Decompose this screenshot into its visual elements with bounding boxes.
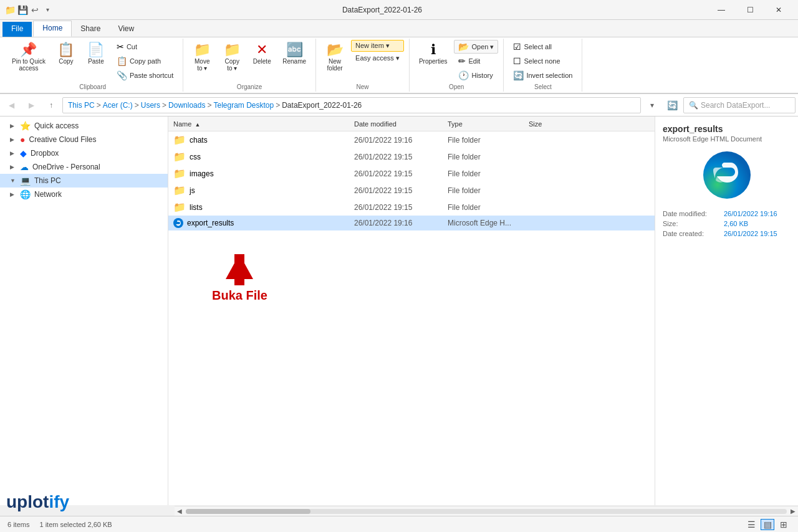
path-c-drive[interactable]: Acer (C:): [103, 101, 133, 110]
rename-button[interactable]: 🔤 Rename: [278, 40, 310, 68]
nav-item-this-pc[interactable]: ▼ 💻 This PC: [0, 174, 168, 188]
dropdown-icon[interactable]: ▾: [42, 5, 52, 15]
search-box[interactable]: 🔍 Search DataExport...: [683, 97, 796, 113]
scrollbar-track[interactable]: [186, 509, 787, 514]
ribbon-group-clipboard: 📌 Pin to Quickaccess 📋 Copy 📄 Paste ✂ Cu…: [2, 39, 183, 92]
file-row-css[interactable]: 📁 css 26/01/2022 19:15 File folder: [168, 148, 655, 165]
preview-meta: Date modified: 26/01/2022 19:16 Size: 2,…: [663, 210, 791, 237]
easy-access-button[interactable]: Easy access ▾: [351, 52, 404, 64]
creative-cloud-icon: ●: [20, 135, 25, 145]
file-list: Name ▲ Date modified Type Size 📁 chats 2…: [168, 116, 655, 505]
select-all-icon: ☑: [513, 42, 521, 52]
folder-icon-images: 📁: [173, 168, 186, 179]
path-telegram[interactable]: Telegram Desktop: [213, 101, 274, 110]
close-button[interactable]: ✕: [764, 0, 793, 20]
col-header-name[interactable]: Name ▲: [168, 119, 349, 129]
path-dataexport[interactable]: DataExport_2022-01-26: [282, 101, 362, 110]
new-folder-icon: 📂: [327, 43, 344, 57]
view-details-button[interactable]: ☰: [744, 519, 758, 530]
back-button[interactable]: ◀: [2, 97, 20, 113]
file-row-lists[interactable]: 📁 lists 26/01/2022 19:15 File folder: [168, 199, 655, 216]
file-row-export-results[interactable]: export_results 26/01/2022 19:16 Microsof…: [168, 216, 655, 230]
folder-icon-js: 📁: [173, 184, 186, 196]
pin-to-quick-access-button[interactable]: 📌 Pin to Quickaccess: [7, 40, 50, 75]
file-type-js: File folder: [443, 185, 524, 196]
copy-to-icon: 📁: [224, 43, 241, 57]
new-buttons: 📂 Newfolder New item ▾ Easy access ▾: [321, 40, 404, 82]
window-title: DataExport_2022-01-26: [57, 6, 707, 14]
preview-title: export_results: [663, 124, 791, 134]
file-row-chats[interactable]: 📁 chats 26/01/2022 19:16 File folder: [168, 131, 655, 148]
nav-item-network[interactable]: ▶ 🌐 Network: [0, 188, 168, 201]
ribbon: 📌 Pin to Quickaccess 📋 Copy 📄 Paste ✂ Cu…: [0, 37, 798, 94]
path-this-pc[interactable]: This PC: [68, 101, 95, 110]
file-type-lists: File folder: [443, 202, 524, 213]
cut-button[interactable]: ✂ Cut: [112, 40, 178, 54]
tab-file[interactable]: File: [2, 22, 32, 37]
nav-item-onedrive[interactable]: ▶ ☁ OneDrive - Personal: [0, 160, 168, 174]
search-placeholder: Search DataExport...: [701, 101, 770, 110]
title-bar: 📁 💾 ↩ ▾ DataExport_2022-01-26 — ☐ ✕: [0, 0, 798, 20]
path-downloads[interactable]: Downloads: [168, 101, 205, 110]
nav-item-creative-cloud[interactable]: ▶ ● Creative Cloud Files: [0, 133, 168, 146]
select-none-button[interactable]: ☐ Select none: [509, 54, 577, 68]
scrollbar-thumb[interactable]: [186, 509, 310, 514]
file-type-export-results: Microsoft Edge H...: [443, 217, 524, 229]
quick-access-icon: ⭐: [20, 121, 31, 131]
new-item-button[interactable]: New item ▾: [351, 40, 404, 52]
open-button[interactable]: 📂 Open ▾: [454, 40, 498, 54]
nav-item-dropbox[interactable]: ▶ ◆ Dropbox: [0, 146, 168, 160]
file-list-header: Name ▲ Date modified Type Size: [168, 116, 655, 131]
tab-home[interactable]: Home: [33, 21, 72, 37]
col-header-size[interactable]: Size: [524, 119, 574, 129]
invert-selection-button[interactable]: 🔄 Invert selection: [509, 69, 577, 82]
select-all-button[interactable]: ☑ Select all: [509, 40, 577, 54]
file-name-js: 📁 js: [168, 183, 349, 197]
up-button[interactable]: ↑: [42, 97, 60, 113]
tab-share[interactable]: Share: [72, 22, 109, 37]
copy-to-button[interactable]: 📁 Copyto ▾: [218, 40, 246, 75]
file-type-css: File folder: [443, 151, 524, 163]
minimize-button[interactable]: —: [707, 0, 736, 20]
dropbox-icon: ◆: [20, 148, 27, 158]
new-folder-button[interactable]: 📂 Newfolder: [321, 40, 349, 75]
open-buttons: ℹ Properties 📂 Open ▾ ✏ Edit 🕐 History: [415, 40, 499, 82]
scrollbar-area: ◀ ▶: [175, 506, 798, 516]
path-sep-3: >: [162, 101, 166, 110]
properties-button[interactable]: ℹ Properties: [415, 40, 452, 68]
history-button[interactable]: 🕐 History: [454, 69, 498, 82]
path-dropdown-button[interactable]: ▾: [643, 97, 661, 113]
col-header-date[interactable]: Date modified: [349, 119, 443, 129]
copy-path-button[interactable]: 📋 Copy path: [112, 54, 178, 68]
edit-button[interactable]: ✏ Edit: [454, 54, 498, 68]
view-large-icons-button[interactable]: ⊞: [777, 519, 791, 530]
maximize-button[interactable]: ☐: [736, 0, 764, 20]
file-row-images[interactable]: 📁 images 26/01/2022 19:15 File folder: [168, 165, 655, 182]
path-users[interactable]: Users: [141, 101, 160, 110]
file-date-css: 26/01/2022 19:15: [349, 151, 443, 163]
col-header-type[interactable]: Type: [443, 119, 524, 129]
nav-item-quick-access[interactable]: ▶ ⭐ Quick access: [0, 119, 168, 133]
delete-button[interactable]: ✕ Delete: [248, 40, 276, 68]
undo-icon[interactable]: ↩: [30, 5, 40, 15]
path-sep-4: >: [207, 101, 211, 110]
copy-button[interactable]: 📋 Copy: [52, 40, 80, 68]
file-date-lists: 26/01/2022 19:15: [349, 202, 443, 213]
tab-view[interactable]: View: [109, 22, 143, 37]
preview-meta-date-modified: Date modified: 26/01/2022 19:16: [663, 210, 791, 217]
address-path[interactable]: This PC > Acer (C:) > Users > Downloads …: [62, 97, 641, 113]
paste-button[interactable]: 📄 Paste: [82, 40, 110, 68]
folder-icon[interactable]: 📁: [5, 5, 15, 15]
save-icon[interactable]: 💾: [17, 5, 27, 15]
forward-button[interactable]: ▶: [22, 97, 40, 113]
file-row-js[interactable]: 📁 js 26/01/2022 19:15 File folder: [168, 182, 655, 199]
select-all-buttons: ☑ Select all ☐ Select none 🔄 Invert sele…: [509, 40, 577, 82]
refresh-button[interactable]: 🔄: [663, 97, 681, 113]
ribbon-group-organize: 📁 Moveto ▾ 📁 Copyto ▾ ✕ Delete 🔤 Rename …: [183, 39, 316, 92]
scroll-left-button[interactable]: ◀: [176, 508, 183, 515]
view-list-button[interactable]: ▤: [761, 519, 774, 530]
scroll-right-button[interactable]: ▶: [789, 508, 797, 515]
onedrive-icon: ☁: [20, 162, 29, 172]
paste-shortcut-button[interactable]: 📎 Paste shortcut: [112, 69, 178, 82]
move-to-button[interactable]: 📁 Moveto ▾: [188, 40, 216, 75]
